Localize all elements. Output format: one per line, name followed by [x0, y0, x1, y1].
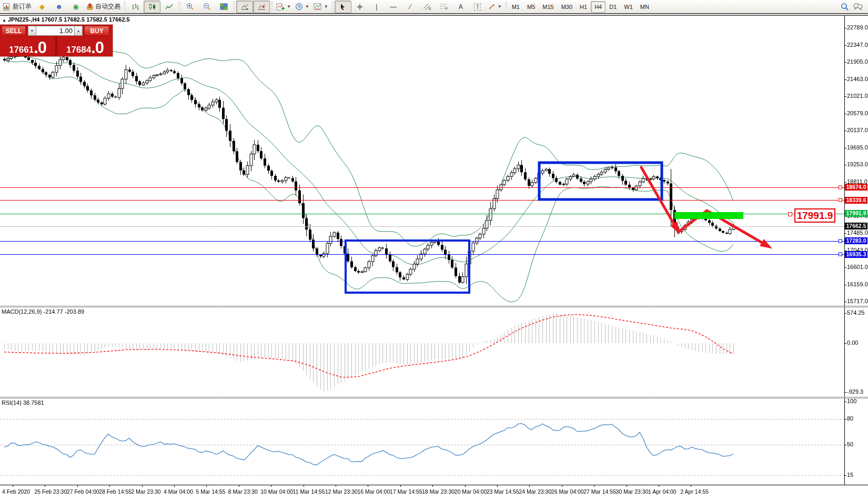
timeframe-m15-button[interactable]: M15 — [539, 1, 557, 13]
time-axis-label: 11 Mar 14:55 — [293, 488, 325, 495]
chart-title: ▲JPN225-,H4 17607.5 17682.5 17582.5 1766… — [2, 16, 130, 23]
time-axis-label: 2 Apr 14:55 — [680, 488, 709, 495]
autotrading-button[interactable]: 自动交易 — [84, 1, 123, 13]
buy-button[interactable]: BUY — [84, 26, 109, 36]
chart-shift-icon — [258, 3, 266, 11]
time-axis-label: 26 Mar 04:00 — [551, 488, 584, 495]
timeframe-mn-button[interactable]: MN — [637, 1, 653, 13]
sell-price[interactable]: 17661.0 — [0, 37, 55, 56]
channel-button[interactable]: E — [419, 1, 436, 13]
bar-chart-icon — [132, 3, 139, 11]
search-icon[interactable] — [841, 3, 849, 11]
time-axis-label: 18 Mar 23:30 — [422, 488, 455, 495]
price-tick-label: 15717.0 — [847, 298, 868, 304]
time-axis-label: 27 Mar 14:55 — [583, 488, 616, 495]
timeframe-h4-button[interactable]: H4 — [591, 1, 605, 13]
time-axis-label: 23 Mar 14:55 — [487, 488, 519, 495]
time-axis-label: 1 Apr 04:00 — [648, 488, 677, 495]
fibonacci-button[interactable]: F — [436, 1, 452, 13]
text-tool-icon: A — [458, 3, 463, 11]
person-icon: ☻ — [55, 3, 63, 10]
zoom-in-button[interactable] — [181, 1, 198, 13]
chart-shift-button[interactable] — [253, 1, 270, 13]
trade-panel-prices: 17661.0 17684.0 — [0, 37, 113, 56]
tile-windows-button[interactable] — [215, 1, 232, 13]
volume-input[interactable] — [36, 26, 74, 36]
vertical-line-icon: | — [376, 3, 377, 10]
new-order-button[interactable]: 新订单 — [1, 1, 34, 13]
callout-anchor-square[interactable] — [788, 212, 792, 216]
price-tick-label: 22789.0 — [847, 24, 868, 31]
vertical-line-button[interactable]: | — [368, 1, 385, 13]
horizontal-line-button[interactable]: — — [385, 1, 402, 13]
price-badge: 17662.5 — [845, 223, 867, 229]
candlestick-chart-button[interactable] — [144, 1, 160, 13]
volume-decrease-button[interactable]: ▼ — [28, 26, 36, 36]
timeframe-m1-button[interactable]: M1 — [508, 1, 523, 13]
time-axis-label: 27 Feb 04:00 — [67, 488, 99, 495]
templates-icon — [314, 3, 322, 11]
rsi-tick-label: 50 — [847, 441, 853, 447]
crosshair-button[interactable] — [351, 1, 368, 13]
toolbar-grip — [178, 2, 180, 12]
collapse-icon: ▲ — [2, 18, 6, 23]
time-axis-label: 28 Feb 14:55 — [99, 488, 132, 495]
volume-increase-button[interactable]: ▲ — [74, 26, 83, 36]
zoom-out-button[interactable] — [198, 1, 215, 13]
diamond-icon: ◆ — [39, 3, 45, 10]
text-label-button[interactable]: T — [469, 1, 486, 13]
svg-text:F: F — [446, 7, 448, 11]
auto-scroll-button[interactable] — [236, 1, 253, 13]
time-axis-label: 20 Mar 04:00 — [455, 488, 487, 495]
rsi-tick-label: 100 — [847, 398, 856, 404]
price-tick-label: 16601.0 — [847, 264, 868, 270]
timeframe-m5-button[interactable]: M5 — [523, 1, 539, 13]
timeframe-w1-button[interactable]: W1 — [620, 1, 637, 13]
bar-chart-button[interactable] — [127, 1, 144, 13]
metaeditor-button[interactable]: ◆ — [34, 1, 51, 13]
chat-icon[interactable] — [853, 3, 863, 11]
periods-button[interactable]: ▼ — [293, 1, 311, 13]
main-toolbar: 新订单 ◆ ☻ ◉ 自动交易 ▼ ▼ ▼ | — ∕ E F A T ▼ — [0, 0, 868, 14]
indicators-icon — [276, 3, 285, 11]
price-callout-label[interactable]: 17991.9 — [794, 208, 835, 223]
buy-price-main: 17684 — [66, 45, 91, 55]
signals-button[interactable]: ◉ — [67, 1, 84, 13]
price-tick-label: 21463.0 — [847, 76, 868, 82]
text-button[interactable]: A — [452, 1, 469, 13]
dropdown-caret: ▼ — [498, 4, 502, 9]
timeframe-h1-button[interactable]: H1 — [576, 1, 591, 13]
trendline-button[interactable]: ∕ — [402, 1, 419, 13]
indicators-button[interactable]: ▼ — [274, 1, 293, 13]
chart-canvas[interactable] — [0, 0, 868, 500]
zoom-in-icon — [186, 3, 194, 11]
community-button[interactable]: ☻ — [51, 1, 67, 13]
templates-button[interactable]: ▼ — [311, 1, 330, 13]
arrows-tool-icon — [488, 3, 496, 10]
autotrading-robot-icon — [86, 3, 94, 10]
cursor-button[interactable] — [335, 1, 351, 13]
trendline-icon: ∕ — [410, 3, 411, 10]
chart-window: 新订单 ◆ ☻ ◉ 自动交易 ▼ ▼ ▼ | — ∕ E F A T ▼ — [0, 0, 868, 500]
arrows-button[interactable]: ▼ — [486, 1, 504, 13]
time-axis-label: 30 Mar 23:30 — [616, 488, 649, 495]
time-axis-label: 10 Mar 04:00 — [260, 488, 293, 495]
time-axis-label: 17 Mar 14:55 — [390, 488, 422, 495]
clock-icon — [295, 3, 303, 11]
timeframe-d1-button[interactable]: D1 — [605, 1, 620, 13]
time-axis-label: 4 Mar 04:00 — [164, 488, 193, 495]
sell-button[interactable]: SELL — [2, 26, 26, 36]
fibonacci-icon: F — [440, 3, 448, 11]
dropdown-caret: ▼ — [305, 4, 309, 9]
time-axis-label: 5 Mar 14:55 — [196, 488, 225, 495]
price-badge: 17283.0 — [845, 237, 867, 244]
buy-price[interactable]: 17684.0 — [57, 37, 113, 56]
rsi-label: RSI(14) 38.7581 — [2, 399, 44, 406]
volume-stepper: ▼ ▲ — [28, 26, 83, 36]
price-badge: 16935.3 — [845, 251, 867, 258]
line-chart-button[interactable] — [160, 1, 177, 13]
timeframe-m30-button[interactable]: M30 — [558, 1, 576, 13]
buy-price-decimal: .0 — [91, 41, 104, 55]
price-badge: 18674.0 — [845, 184, 867, 191]
tile-windows-icon — [220, 3, 228, 11]
